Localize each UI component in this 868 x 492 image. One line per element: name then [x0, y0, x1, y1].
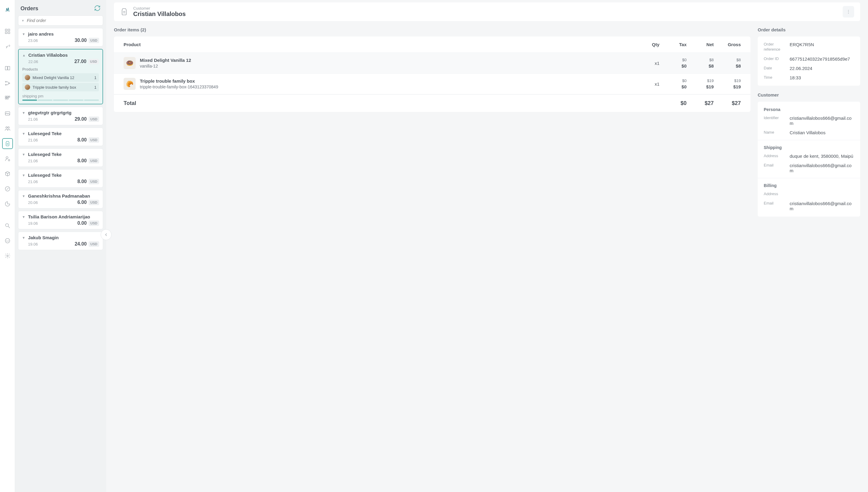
users-icon[interactable] — [2, 123, 13, 134]
order-card[interactable]: ▲ Cristian Villalobos 22.06 27.00 USD Pr… — [18, 49, 103, 104]
detail-row: Emailcristianvillalobos666@gmail.com — [764, 163, 854, 173]
total-tax: $0 — [659, 100, 687, 106]
product-mini-qty: 1 — [94, 85, 97, 90]
detail-value — [790, 192, 854, 197]
box-icon[interactable] — [2, 168, 13, 179]
percent-icon[interactable] — [2, 183, 13, 194]
order-amount: 0.00 — [77, 221, 87, 226]
svg-point-24 — [7, 255, 8, 257]
svg-rect-7 — [5, 96, 6, 97]
svg-rect-9 — [9, 96, 10, 97]
detail-key: Email — [764, 201, 790, 211]
order-currency: USD — [88, 179, 99, 184]
svg-rect-10 — [5, 98, 6, 99]
main-content: Customer Cristian Villalobos Order items… — [106, 0, 868, 492]
order-date: 21.06 — [28, 138, 38, 142]
image-icon[interactable] — [2, 108, 13, 119]
total-net: $27 — [687, 100, 714, 106]
chevron-icon: ▼ — [22, 111, 26, 115]
total-gross: $27 — [714, 100, 741, 106]
order-items-title: Order items (2) — [114, 27, 751, 32]
detail-row: Order ID667751240322e7918565d9e7 — [764, 56, 854, 62]
order-card[interactable]: ▼ Luleseged Teke 21.06 8.00 USD — [18, 128, 103, 146]
search-input[interactable] — [27, 18, 100, 23]
detail-row: NameCristian Villalobos — [764, 130, 854, 135]
svg-point-28 — [848, 11, 849, 12]
chevron-down-icon: ▼ — [21, 19, 24, 22]
detail-row: Time18:33 — [764, 75, 854, 80]
detail-row: Date22.06.2024 — [764, 66, 854, 71]
product-name: Tripple trouble family box — [140, 78, 218, 84]
order-card[interactable]: ▼ gtegvtrgtr gtrgrtgrtg 21.06 29.00 USD — [18, 107, 103, 125]
language-icon[interactable]: A•Z — [2, 235, 13, 246]
detail-row: Identifiercristianvillalobos666@gmail.co… — [764, 116, 854, 126]
item-net: $8$8 — [687, 58, 714, 69]
order-currency: USD — [88, 59, 99, 64]
order-amount: 8.00 — [77, 179, 87, 184]
product-mini-name: Tripple trouble family box — [32, 85, 92, 90]
order-customer-name: Luleseged Teke — [28, 173, 61, 178]
order-card[interactable]: ▼ Ganeshkrishna Padmanaban 20.06 6.00 US… — [18, 190, 103, 208]
items-row[interactable]: 🥐 Tripple trouble family box tripple-tro… — [114, 73, 751, 94]
chevron-icon: ▼ — [22, 132, 26, 136]
user-gear-icon[interactable] — [2, 153, 13, 164]
product-mini-qty: 1 — [94, 75, 97, 80]
detail-value: cristianvillalobos666@gmail.com — [790, 201, 854, 211]
order-customer-name: jairo andres — [28, 31, 54, 36]
order-amount: 24.00 — [75, 241, 87, 247]
connect-icon[interactable] — [2, 41, 13, 52]
order-items-card: Product Qty Tax Net Gross 🍩 Mixed Deligh… — [114, 36, 751, 112]
order-card[interactable]: ▼ Luleseged Teke 21.06 8.00 USD — [18, 148, 103, 167]
svg-point-29 — [848, 13, 849, 14]
detail-value: cristianvillalobos666@gmail.com — [790, 116, 854, 126]
order-currency: USD — [88, 200, 99, 205]
item-tax: $0$0 — [659, 78, 687, 89]
shipping-status-label: shipping pm — [22, 94, 99, 98]
search-icon[interactable] — [2, 220, 13, 231]
customer-title: Customer — [758, 92, 860, 97]
order-currency: USD — [88, 117, 99, 122]
detail-key: Identifier — [764, 116, 790, 126]
pie-icon[interactable] — [2, 198, 13, 210]
svg-rect-11 — [7, 98, 8, 99]
detail-value: ERQK7R5N — [790, 42, 854, 52]
order-date: 21.06 — [28, 117, 38, 122]
order-details-title: Order details — [758, 27, 860, 32]
col-qty: Qty — [638, 42, 659, 47]
book-icon[interactable] — [2, 63, 13, 74]
detail-key: Time — [764, 75, 790, 80]
svg-point-4 — [5, 81, 6, 82]
order-date: 21.06 — [28, 179, 38, 184]
item-gross: $8$8 — [714, 58, 741, 69]
order-amount: 8.00 — [77, 137, 87, 143]
order-currency: USD — [88, 221, 99, 226]
logo-icon[interactable] — [2, 4, 13, 15]
detail-value: 22.06.2024 — [790, 66, 854, 71]
items-row[interactable]: 🍩 Mixed Delight Vanilla 12 vanilla-12 x1… — [114, 52, 751, 73]
order-card[interactable]: ▼ Tsilia Barison Andriamiarijao 19.06 0.… — [18, 211, 103, 229]
product-name: Mixed Delight Vanilla 12 — [140, 57, 191, 63]
collapse-button[interactable] — [101, 229, 111, 240]
tree-icon[interactable] — [2, 78, 13, 89]
customer-card: Persona Identifiercristianvillalobos666@… — [758, 102, 860, 217]
order-card[interactable]: ▼ Luleseged Teke 21.06 8.00 USD — [18, 169, 103, 188]
settings-icon[interactable] — [2, 250, 13, 261]
dashboard-icon[interactable] — [2, 26, 13, 37]
grid-icon[interactable] — [2, 93, 13, 104]
items-table-head: Product Qty Tax Net Gross — [114, 36, 751, 52]
product-mini-row: Mixed Delight Vanilla 12 1 — [22, 73, 99, 82]
detail-key: Order reference — [764, 42, 790, 52]
col-tax: Tax — [659, 42, 687, 47]
chevron-icon: ▲ — [22, 53, 26, 57]
more-menu-button[interactable] — [843, 6, 854, 18]
svg-rect-0 — [5, 29, 7, 31]
orders-icon[interactable] — [2, 138, 13, 149]
order-card[interactable]: ▼ Jakub Smagin 19.06 24.00 USD — [18, 232, 103, 250]
search-bar[interactable]: ▼ — [18, 16, 103, 26]
product-image: 🍩 — [124, 57, 136, 69]
order-customer-name: Ganeshkrishna Padmanaban — [28, 193, 90, 198]
detail-key: Order ID — [764, 56, 790, 62]
refresh-icon[interactable] — [94, 5, 101, 13]
order-card[interactable]: ▼ jairo andres 23.06 30.00 USD — [18, 28, 103, 46]
product-thumb-icon — [25, 75, 30, 80]
